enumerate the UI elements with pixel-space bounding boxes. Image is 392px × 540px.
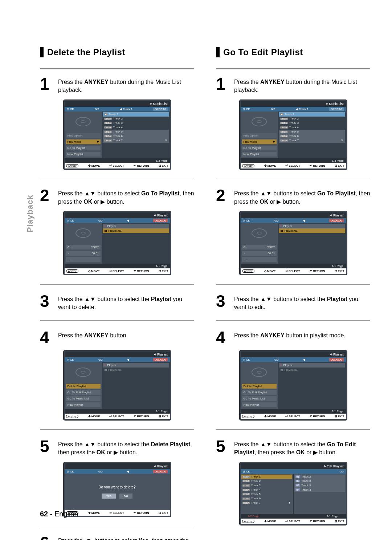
svg-point-5 bbox=[81, 371, 85, 373]
ui-footer: Anykey ✥ MOVE ⏎ SELECT ↶ RETURN ⊟ EXIT bbox=[65, 163, 170, 169]
disc-icon bbox=[74, 114, 92, 130]
ui-playlist-menu-r: Playlist ◎ CD0/0◀00:00:00 Delete Playlis… bbox=[240, 350, 347, 420]
svg-point-0 bbox=[76, 117, 90, 126]
step-6: 6 Press the ◀▶ buttons to select Yes, th… bbox=[40, 535, 194, 540]
step-1: 1 Press the ANYKEY button during the Mus… bbox=[40, 77, 194, 94]
divider bbox=[40, 68, 194, 69]
step-5: 5 Press the ▲▼ buttons to select the Del… bbox=[40, 439, 194, 457]
ui-playlist-menu: Playlist ◎ CD0/0◀00:00:00 Delete Playlis… bbox=[64, 350, 171, 420]
svg-point-6 bbox=[252, 117, 266, 126]
step-r2: 2 Press the ▲▼ buttons to select Go To P… bbox=[216, 188, 370, 206]
svg-point-10 bbox=[252, 368, 266, 377]
svg-point-3 bbox=[81, 232, 85, 234]
section-title-edit: Go To Edit Playlist bbox=[216, 47, 370, 57]
step-r1: 1 Press the ANYKEY button during the Mus… bbox=[216, 77, 370, 94]
svg-point-8 bbox=[252, 229, 266, 237]
ui-musiclist: Music List ◎ CD0/0◀ Track 100:02:10 Play… bbox=[64, 100, 171, 170]
svg-point-11 bbox=[257, 371, 261, 373]
page-number: 62 - English bbox=[40, 510, 78, 518]
ui-edit-playlist: Edit Playlist ◎ CD0/0 CDDATrack 1 CDDATr… bbox=[240, 462, 347, 525]
ui-playlist-r: Playlist ◎ CD0/0◀00:00:00 🗁 ROOT ♪ 00:01… bbox=[240, 211, 347, 275]
ui-musiclist-r: Music List ◎ CD0/0◀ Track 100:02:10 Play… bbox=[240, 100, 347, 170]
right-column: Go To Edit Playlist 1 Press the ANYKEY b… bbox=[216, 29, 370, 540]
step-r3: 3 Press the ▲▼ buttons to select the Pla… bbox=[216, 294, 370, 312]
section-title-delete: Delete the Playlist bbox=[40, 47, 194, 57]
step-4: 4 Press the ANYKEY button. bbox=[40, 330, 194, 345]
svg-point-7 bbox=[257, 121, 261, 123]
anykey-icon: Anykey bbox=[66, 164, 79, 167]
svg-point-1 bbox=[81, 121, 85, 123]
step-r5: 5 Press the ▲▼ buttons to select the Go … bbox=[216, 439, 370, 457]
ui-playlist: Playlist ◎ CD0/0◀00:00:00 🗁 ROOT ♪ 00:01… bbox=[64, 211, 171, 275]
dialog-question: Do you want to delete? bbox=[98, 485, 135, 489]
step-number: 1 bbox=[40, 77, 54, 94]
svg-point-9 bbox=[257, 232, 261, 234]
svg-point-2 bbox=[76, 229, 90, 237]
sidebar-section-label: Playback bbox=[25, 195, 35, 232]
step-3: 3 Press the ▲▼ buttons to select the Pla… bbox=[40, 294, 194, 312]
no-button: No bbox=[119, 494, 132, 499]
yes-button: Yes bbox=[102, 494, 116, 499]
left-column: Delete the Playlist 1 Press the ANYKEY b… bbox=[40, 29, 194, 540]
svg-point-4 bbox=[76, 368, 90, 377]
ui-delete-dialog: Playlist ◎ CD0/0◀00:00:00 Do you want to… bbox=[64, 462, 171, 517]
menu-play-mode: Play Mode▶ bbox=[66, 139, 101, 144]
step-r4: 4 Press the ANYKEY button in playlist mo… bbox=[216, 330, 370, 345]
step-2: 2 Press the ▲▼ buttons to select Go To P… bbox=[40, 188, 194, 206]
step-text: Press the ANYKEY button during the Music… bbox=[58, 77, 194, 94]
